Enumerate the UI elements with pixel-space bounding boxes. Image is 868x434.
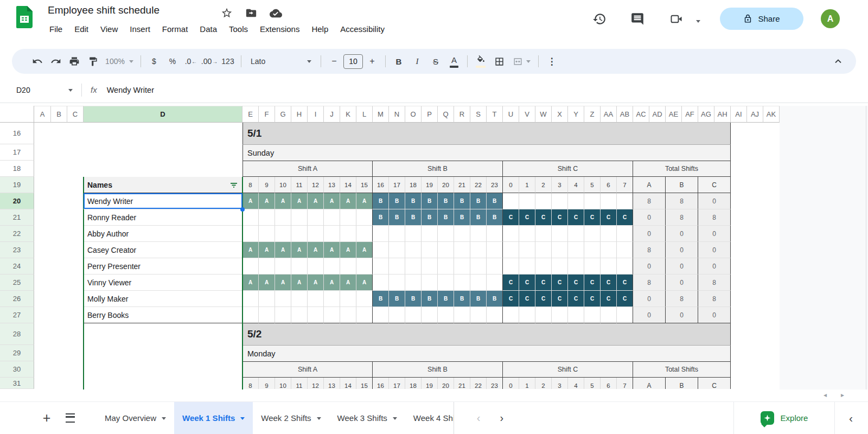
shift-cell-empty[interactable]	[584, 193, 601, 209]
increase-font-size-button[interactable]: +	[363, 53, 381, 70]
column-header-AH[interactable]: AH	[714, 106, 731, 123]
shift-cell-empty[interactable]	[405, 226, 422, 242]
shift-cell-empty[interactable]	[487, 242, 503, 258]
shift-cell-A[interactable]: A	[340, 193, 356, 209]
shift-cell-empty[interactable]	[242, 291, 259, 307]
shift-cell-empty[interactable]	[617, 258, 633, 275]
shift-cell-empty[interactable]	[470, 226, 487, 242]
shift-cell-A[interactable]: A	[291, 242, 308, 258]
shift-cell-A[interactable]: A	[259, 193, 275, 209]
italic-button[interactable]: I	[408, 53, 426, 70]
shift-cell-empty[interactable]	[438, 242, 454, 258]
column-header-P[interactable]: P	[422, 106, 438, 123]
selection-handle[interactable]	[240, 207, 245, 212]
shift-cell-empty[interactable]	[422, 258, 438, 275]
star-icon[interactable]	[221, 7, 233, 19]
column-header-F[interactable]: F	[259, 106, 275, 123]
shift-cell-B[interactable]: B	[487, 209, 503, 226]
shift-cell-C[interactable]: C	[568, 291, 584, 307]
shift-cell-empty[interactable]	[584, 258, 601, 275]
shift-cell-empty[interactable]	[340, 226, 356, 242]
shift-cell-empty[interactable]	[356, 209, 373, 226]
hour-header-cell[interactable]: 13	[324, 378, 340, 389]
hour-header-cell[interactable]: 18	[405, 378, 422, 389]
menu-help[interactable]: Help	[305, 23, 334, 35]
total-cell[interactable]: 0	[698, 226, 731, 242]
column-header-Y[interactable]: Y	[568, 106, 584, 123]
shift-cell-C[interactable]: C	[568, 275, 584, 291]
shift-cell-empty[interactable]	[552, 307, 568, 323]
shift-cell-B[interactable]: B	[389, 291, 405, 307]
hour-header-cell[interactable]: 11	[291, 177, 308, 193]
shift-cell-empty[interactable]	[324, 291, 340, 307]
employee-name-cell[interactable]: Perry Presenter	[84, 258, 242, 275]
total-cell[interactable]: 0	[633, 209, 666, 226]
shift-cell-empty[interactable]	[601, 242, 617, 258]
shift-cell-empty[interactable]	[308, 258, 324, 275]
hour-header-cell[interactable]: 14	[340, 177, 356, 193]
shift-cell-A[interactable]: A	[356, 275, 373, 291]
shift-cell-empty[interactable]	[373, 242, 389, 258]
shift-cell-B[interactable]: B	[470, 193, 487, 209]
column-header-AI[interactable]: AI	[731, 106, 747, 123]
shift-cell-C[interactable]: C	[584, 275, 601, 291]
shift-cell-C[interactable]: C	[552, 291, 568, 307]
shift-cell-empty[interactable]	[308, 291, 324, 307]
hour-header-cell[interactable]: 20	[438, 177, 454, 193]
shift-cell-empty[interactable]	[405, 275, 422, 291]
shift-cell-empty[interactable]	[519, 307, 535, 323]
shift-cell-A[interactable]: A	[340, 275, 356, 291]
shift-cell-empty[interactable]	[438, 307, 454, 323]
shift-cell-empty[interactable]	[438, 275, 454, 291]
shift-cell-empty[interactable]	[454, 307, 470, 323]
employee-name-cell[interactable]: Wendy Writer	[84, 193, 242, 209]
date-header-cell[interactable]: 5/2	[242, 323, 731, 345]
shift-cell-empty[interactable]	[568, 226, 584, 242]
shift-cell-C[interactable]: C	[535, 275, 552, 291]
shift-cell-A[interactable]: A	[324, 242, 340, 258]
shift-cell-C[interactable]: C	[552, 275, 568, 291]
shift-cell-empty[interactable]	[535, 307, 552, 323]
shift-cell-empty[interactable]	[308, 209, 324, 226]
shift-cell-B[interactable]: B	[373, 291, 389, 307]
shift-group-header[interactable]: Shift A	[242, 161, 373, 177]
employee-name-cell[interactable]: Abby Author	[84, 226, 242, 242]
shift-cell-B[interactable]: B	[405, 291, 422, 307]
shift-cell-B[interactable]: B	[373, 193, 389, 209]
hour-header-cell[interactable]: 23	[487, 378, 503, 389]
hour-header-cell[interactable]: 17	[389, 378, 405, 389]
shift-cell-empty[interactable]	[356, 258, 373, 275]
column-header-W[interactable]: W	[535, 106, 552, 123]
shift-cell-empty[interactable]	[519, 226, 535, 242]
tab-caret-icon[interactable]	[393, 417, 397, 422]
hour-header-cell[interactable]: 5	[584, 378, 601, 389]
tab-scroll-next-icon[interactable]: ›	[500, 412, 504, 424]
shift-cell-empty[interactable]	[601, 193, 617, 209]
shift-cell-B[interactable]: B	[373, 209, 389, 226]
shift-cell-empty[interactable]	[535, 193, 552, 209]
shift-cell-empty[interactable]	[308, 226, 324, 242]
shift-cell-empty[interactable]	[356, 307, 373, 323]
employee-name-cell[interactable]: Vinny Viewer	[84, 275, 242, 291]
row-header-19[interactable]: 19	[0, 177, 34, 193]
shift-cell-empty[interactable]	[275, 209, 291, 226]
shift-cell-A[interactable]: A	[242, 193, 259, 209]
shift-cell-B[interactable]: B	[438, 291, 454, 307]
hour-header-cell[interactable]: 6	[601, 177, 617, 193]
total-cell[interactable]: 0	[666, 258, 698, 275]
shift-cell-empty[interactable]	[340, 307, 356, 323]
row-header-17[interactable]: 17	[0, 144, 34, 161]
total-header-cell[interactable]: B	[666, 378, 698, 389]
column-header-S[interactable]: S	[470, 106, 487, 123]
shift-cell-C[interactable]: C	[552, 209, 568, 226]
total-cell[interactable]: 0	[633, 226, 666, 242]
shift-cell-empty[interactable]	[422, 275, 438, 291]
tab-caret-icon[interactable]	[240, 417, 245, 422]
weekday-header-cell[interactable]: Monday	[242, 345, 731, 361]
shift-cell-B[interactable]: B	[438, 209, 454, 226]
shift-cell-C[interactable]: C	[535, 209, 552, 226]
filter-icon[interactable]	[229, 181, 238, 189]
hour-header-cell[interactable]: 9	[259, 378, 275, 389]
column-header-L[interactable]: L	[356, 106, 373, 123]
total-cell[interactable]: 0	[633, 307, 666, 323]
